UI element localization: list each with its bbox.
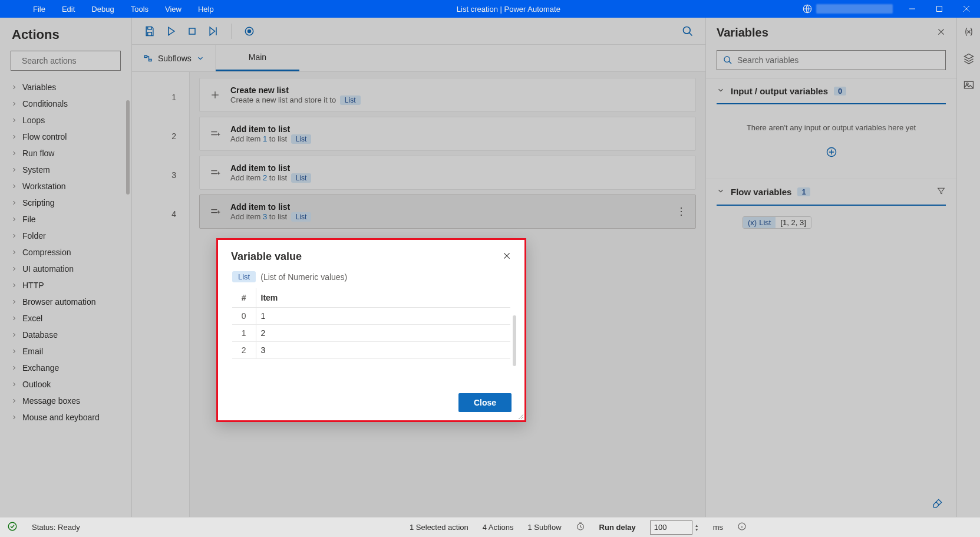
images-icon[interactable]: [963, 79, 975, 93]
step-button[interactable]: [204, 22, 223, 41]
variables-close[interactable]: [936, 27, 946, 38]
window-minimize[interactable]: [899, 0, 926, 18]
actions-category[interactable]: Browser automation: [0, 294, 131, 310]
step-more-icon[interactable]: ⋯: [675, 206, 688, 218]
menu-file[interactable]: File: [26, 2, 52, 16]
dialog-variable-type: (List of Numeric values): [260, 272, 347, 282]
flow-step[interactable]: Add item to listAdd item 1 to list List: [199, 117, 696, 151]
actions-category[interactable]: Exchange: [0, 360, 131, 376]
actions-category[interactable]: Scripting: [0, 195, 131, 211]
account-name-blurred: [816, 4, 893, 14]
svg-point-7: [724, 57, 730, 62]
flow-step[interactable]: Create new listCreate a new list and sto…: [199, 78, 696, 112]
line-number: 1: [132, 78, 189, 117]
actions-category[interactable]: Database: [0, 327, 131, 343]
io-variables-section: Input / output variables 0 There aren't …: [706, 78, 956, 179]
svg-point-11: [8, 522, 17, 531]
variables-tab-icon[interactable]: [963, 26, 975, 39]
actions-category[interactable]: Mouse and keyboard: [0, 409, 131, 426]
window-close[interactable]: [953, 0, 980, 18]
menu-debug[interactable]: Debug: [84, 2, 121, 16]
window-maximize[interactable]: [926, 0, 953, 18]
toolbar: [132, 18, 705, 45]
stop-button[interactable]: [183, 22, 202, 41]
actions-category[interactable]: Loops: [0, 112, 131, 129]
run-delay-unit: ms: [713, 523, 723, 532]
layers-icon[interactable]: [963, 52, 975, 66]
actions-tree[interactable]: VariablesConditionalsLoopsFlow controlRu…: [0, 75, 131, 517]
dialog-close-button[interactable]: Close: [458, 393, 512, 412]
status-actions: 4 Actions: [483, 523, 514, 532]
erase-button[interactable]: [706, 498, 956, 511]
actions-category[interactable]: Email: [0, 343, 131, 360]
actions-category[interactable]: Excel: [0, 310, 131, 327]
actions-search[interactable]: [11, 51, 121, 71]
flow-variable-value: [1, 2, 3]: [776, 217, 810, 228]
flow-count-badge: 1: [797, 187, 810, 196]
step-subtitle: Add item 1 to list List: [230, 134, 311, 144]
menu-view[interactable]: View: [158, 2, 189, 16]
account-area[interactable]: [796, 4, 899, 14]
status-selected: 1 Selected action: [410, 523, 468, 532]
resize-handle[interactable]: [517, 413, 523, 419]
variables-search[interactable]: [717, 50, 946, 70]
actions-category[interactable]: Variables: [0, 79, 131, 95]
table-row[interactable]: 01: [232, 308, 510, 325]
table-row[interactable]: 12: [232, 325, 510, 342]
actions-category[interactable]: Conditionals: [0, 95, 131, 112]
actions-category[interactable]: Flow control: [0, 129, 131, 145]
step-title: Add item to list: [230, 124, 311, 134]
search-icon: [723, 55, 732, 65]
actions-category[interactable]: Folder: [0, 228, 131, 244]
actions-category[interactable]: Run flow: [0, 145, 131, 162]
run-button[interactable]: [161, 22, 180, 41]
flow-variables-header[interactable]: Flow variables 1: [706, 179, 956, 205]
line-number: 3: [132, 156, 189, 195]
tab-main[interactable]: Main: [216, 45, 299, 71]
chevron-down-icon: [196, 54, 204, 62]
flow-variable-chip[interactable]: (x) List [1, 2, 3]: [743, 216, 811, 229]
menu-help[interactable]: Help: [191, 2, 221, 16]
actions-category[interactable]: System: [0, 162, 131, 178]
actions-search-input[interactable]: [22, 56, 125, 65]
dialog-scrollbar[interactable]: [513, 315, 516, 366]
flow-step[interactable]: Add item to listAdd item 2 to list List: [199, 156, 696, 190]
flow-step[interactable]: Add item to listAdd item 3 to list List⋯: [199, 195, 696, 229]
table-row[interactable]: 23: [232, 342, 510, 359]
search-flow-button[interactable]: [678, 22, 697, 41]
io-variables-header[interactable]: Input / output variables 0: [706, 79, 956, 103]
titlebar: File Edit Debug Tools View Help List cre…: [0, 0, 980, 18]
dialog-close-x[interactable]: [502, 251, 512, 262]
svg-rect-1: [937, 6, 942, 12]
actions-category[interactable]: Compression: [0, 244, 131, 261]
actions-category[interactable]: UI automation: [0, 261, 131, 277]
actions-category[interactable]: Message boxes: [0, 393, 131, 409]
menu-bar: File Edit Debug Tools View Help: [0, 2, 221, 16]
info-icon[interactable]: [737, 522, 747, 533]
variables-heading: Variables: [717, 26, 930, 39]
io-section-label: Input / output variables: [731, 86, 828, 96]
subflows-dropdown[interactable]: Subflows: [132, 45, 216, 71]
actions-category[interactable]: Workstation: [0, 178, 131, 195]
variables-search-input[interactable]: [737, 55, 939, 65]
subflows-icon: [143, 53, 153, 64]
actions-category[interactable]: HTTP: [0, 277, 131, 294]
actions-category[interactable]: Outlook: [0, 376, 131, 393]
menu-tools[interactable]: Tools: [124, 2, 156, 16]
save-button[interactable]: [140, 22, 159, 41]
run-delay-spinner[interactable]: ▲▼: [695, 523, 699, 532]
window-title: List creation | Power Automate: [221, 5, 796, 14]
record-button[interactable]: [240, 22, 259, 41]
step-title: Create new list: [230, 85, 361, 95]
svg-rect-3: [189, 28, 195, 34]
menu-edit[interactable]: Edit: [55, 2, 82, 16]
run-delay-icon: [576, 522, 585, 533]
step-subtitle: Add item 3 to list List: [230, 212, 311, 222]
filter-icon[interactable]: [936, 186, 946, 197]
subflows-label: Subflows: [158, 54, 192, 63]
variable-value-dialog: Variable value List (List of Numeric val…: [216, 238, 526, 422]
scrollbar[interactable]: [126, 100, 130, 195]
run-delay-input[interactable]: 100: [650, 520, 692, 535]
actions-category[interactable]: File: [0, 211, 131, 228]
add-io-variable[interactable]: [718, 140, 945, 168]
